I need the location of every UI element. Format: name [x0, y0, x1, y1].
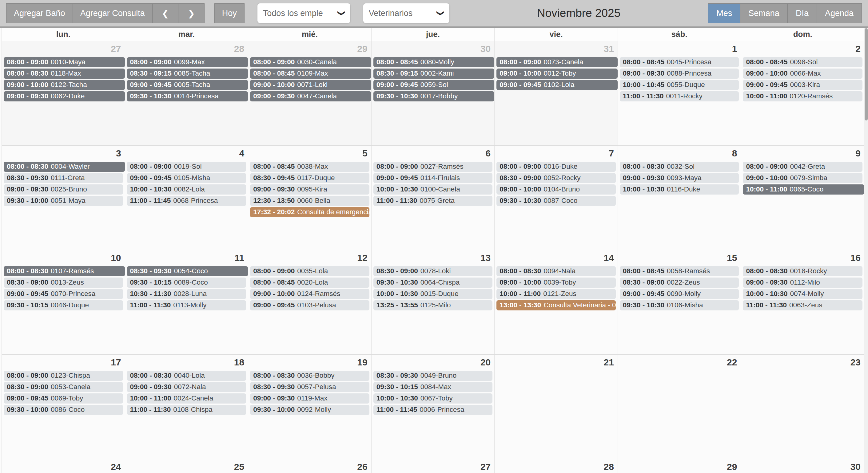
calendar-event[interactable]: 09:00 - 09:450114-Firulais — [373, 173, 493, 183]
calendar-event[interactable]: 09:00 - 09:450005-Tacha — [127, 80, 248, 90]
calendar-event[interactable]: 08:00 - 08:450058-Ramsés — [620, 266, 739, 276]
calendar-event[interactable]: 08:00 - 09:000027-Ramsés — [373, 162, 493, 172]
calendar-event[interactable]: 11:00 - 11:300075-Greta — [373, 196, 493, 206]
prev-month-button[interactable]: ❮ — [153, 3, 178, 23]
day-cell[interactable]: 508:00 - 08:450038-Max08:30 - 09:450117-… — [248, 146, 372, 250]
day-cell[interactable]: 1708:00 - 09:000123-Chispa08:30 - 09:000… — [2, 355, 125, 459]
calendar-event[interactable]: 09:00 - 09:450090-Molly — [620, 289, 739, 299]
calendar-event[interactable]: 17:32 - 20:02Consulta de emergencia - — [250, 207, 369, 217]
day-cell[interactable]: 28 — [495, 459, 618, 473]
calendar-event[interactable]: 08:30 - 09:150085-Tacha — [127, 69, 248, 79]
calendar-event[interactable]: 08:30 - 09:450117-Duque — [250, 173, 369, 183]
calendar-event[interactable]: 11:00 - 11:300108-Chispa — [127, 405, 246, 415]
calendar-event[interactable]: 08:30 - 09:300111-Greta — [4, 173, 123, 183]
calendar-event[interactable]: 09:00 - 09:300025-Bruno — [4, 184, 123, 195]
calendar-event[interactable]: 08:30 - 09:150002-Kami — [373, 69, 495, 79]
day-cell[interactable]: 1208:00 - 09:000035-Lola08:00 - 08:45002… — [248, 250, 372, 354]
calendar-event[interactable]: 10:00 - 10:300067-Toby — [373, 394, 493, 404]
calendar-event[interactable]: 08:00 - 09:000019-Sol — [127, 162, 246, 172]
calendar-event[interactable]: 08:00 - 08:450080-Molly — [373, 57, 495, 67]
category-filter-select[interactable]: Veterinarios ❯ — [363, 3, 450, 23]
scrollbar-thumb[interactable] — [865, 28, 868, 121]
calendar-event[interactable]: 13:00 - 13:30Consulta Veterinaria - 012 — [496, 300, 616, 310]
calendar-event[interactable]: 08:00 - 09:000030-Canela — [250, 57, 371, 67]
day-cell[interactable]: 308:00 - 08:300004-Wayler08:30 - 09:3001… — [2, 146, 125, 250]
calendar-event[interactable]: 08:30 - 09:000052-Rocky — [496, 173, 616, 183]
day-cell[interactable]: 408:00 - 09:000019-Sol09:00 - 09:450105-… — [125, 146, 249, 250]
day-cell[interactable]: 2708:00 - 09:000010-Maya08:00 - 08:30011… — [2, 41, 125, 145]
calendar-event[interactable]: 11:00 - 11:450068-Princesa — [127, 196, 246, 206]
calendar-event[interactable]: 08:30 - 09:300057-Pelusa — [250, 382, 369, 392]
calendar-event[interactable]: 09:00 - 10:000071-Loki — [250, 80, 371, 90]
day-cell[interactable]: 29 — [618, 459, 741, 473]
calendar-event[interactable]: 09:30 - 10:150046-Duque — [4, 300, 123, 310]
view-button-agenda[interactable]: Agenda — [817, 3, 862, 23]
vertical-scrollbar[interactable] — [864, 28, 868, 473]
calendar-event[interactable]: 09:00 - 10:000104-Bruno — [496, 184, 616, 195]
calendar-event[interactable]: 09:00 - 09:300047-Canela — [250, 91, 371, 101]
calendar-event[interactable]: 11:00 - 11:300113-Molly — [127, 300, 246, 310]
calendar-event[interactable]: 08:00 - 08:450045-Princesa — [620, 57, 739, 67]
calendar-event[interactable]: 09:00 - 09:300095-Kira — [250, 184, 369, 195]
calendar-event[interactable]: 09:00 - 09:300093-Maya — [620, 173, 739, 183]
calendar-event[interactable]: 10:00 - 10:300116-Duke — [620, 184, 739, 195]
calendar-event[interactable]: 09:00 - 09:300112-Milo — [743, 277, 863, 288]
calendar-event[interactable]: 09:00 - 09:300119-Max — [250, 394, 369, 404]
calendar-event[interactable]: 09:00 - 09:300072-Nala — [127, 382, 246, 392]
calendar-event[interactable]: 09:00 - 09:450103-Pelusa — [250, 300, 369, 310]
calendar-event[interactable]: 09:00 - 10:000079-Simba — [743, 173, 863, 183]
calendar-event[interactable]: 08:30 - 09:000022-Zeus — [620, 277, 739, 288]
calendar-event[interactable]: 09:30 - 10:150089-Coco — [127, 277, 246, 288]
calendar-event[interactable]: 08:00 - 08:450109-Max — [250, 69, 371, 79]
next-month-button[interactable]: ❯ — [178, 3, 204, 23]
calendar-event[interactable]: 09:30 - 10:000086-Coco — [4, 405, 123, 415]
day-cell[interactable]: 23 — [741, 355, 864, 459]
calendar-event[interactable]: 08:00 - 08:300107-Ramsés — [4, 266, 125, 276]
calendar-event[interactable]: 10:00 - 10:450055-Duque — [620, 80, 739, 90]
calendar-event[interactable]: 08:30 - 09:000053-Canela — [4, 382, 123, 392]
calendar-event[interactable]: 08:00 - 08:300036-Bobby — [250, 371, 369, 381]
day-cell[interactable]: 2008:30 - 09:300049-Bruno09:30 - 10:1500… — [372, 355, 495, 459]
view-button-week[interactable]: Semana — [740, 3, 788, 23]
day-cell[interactable]: 1108:30 - 09:300054-Coco09:30 - 10:15008… — [125, 250, 249, 354]
calendar-event[interactable]: 10:00 - 10:300100-Canela — [373, 184, 493, 195]
calendar-event[interactable]: 09:30 - 10:000092-Molly — [250, 405, 369, 415]
calendar-event[interactable]: 08:00 - 08:300004-Wayler — [4, 162, 125, 172]
add-bath-button[interactable]: Agregar Baño — [6, 3, 73, 23]
calendar-event[interactable]: 11:00 - 11:450006-Princesa — [373, 405, 493, 415]
calendar-event[interactable]: 10:00 - 11:000065-Coco — [743, 184, 864, 195]
today-button[interactable]: Hoy — [214, 3, 245, 23]
calendar-event[interactable]: 10:00 - 10:300082-Lola — [127, 184, 246, 195]
calendar-event[interactable]: 09:00 - 09:450070-Princesa — [4, 289, 123, 299]
calendar-event[interactable]: 08:00 - 09:000016-Duke — [496, 162, 616, 172]
calendar-event[interactable]: 09:30 - 10:300064-Chispa — [373, 277, 493, 288]
calendar-event[interactable]: 09:30 - 10:150084-Max — [373, 382, 493, 392]
day-cell[interactable]: 1808:00 - 08:300040-Lola09:00 - 09:30007… — [125, 355, 249, 459]
calendar-event[interactable]: 08:00 - 08:450038-Max — [250, 162, 369, 172]
calendar-event[interactable]: 08:00 - 09:000123-Chispa — [4, 371, 123, 381]
day-cell[interactable]: 208:00 - 08:450098-Sol09:00 - 10:000066-… — [741, 41, 864, 145]
calendar-event[interactable]: 10:00 - 11:000121-Zeus — [496, 289, 616, 299]
calendar-event[interactable]: 13:25 - 13:550125-Milo — [373, 300, 493, 310]
day-cell[interactable]: 21 — [495, 355, 618, 459]
calendar-event[interactable]: 08:00 - 09:000035-Lola — [250, 266, 369, 276]
day-cell[interactable]: 1508:00 - 08:450058-Ramsés08:30 - 09:000… — [618, 250, 741, 354]
calendar-event[interactable]: 09:00 - 10:000066-Max — [743, 69, 863, 79]
day-cell[interactable]: 108:00 - 08:450045-Princesa09:00 - 09:30… — [618, 41, 741, 145]
calendar-event[interactable]: 10:00 - 10:300074-Molly — [743, 289, 863, 299]
calendar-event[interactable]: 09:00 - 09:450059-Sol — [373, 80, 495, 90]
calendar-event[interactable]: 08:00 - 08:300018-Rocky — [743, 266, 863, 276]
day-cell[interactable]: 808:00 - 08:300032-Sol09:00 - 09:300093-… — [618, 146, 741, 250]
day-cell[interactable]: 2808:00 - 09:000099-Max08:30 - 09:150085… — [125, 41, 249, 145]
calendar-event[interactable]: 09:00 - 09:450003-Kira — [743, 80, 863, 90]
calendar-event[interactable]: 08:00 - 08:450020-Lola — [250, 277, 369, 288]
add-consult-button[interactable]: Agregar Consulta — [73, 3, 153, 23]
calendar-event[interactable]: 09:30 - 10:300017-Bobby — [373, 91, 495, 101]
calendar-event[interactable]: 09:30 - 10:300014-Princesa — [127, 91, 248, 101]
day-cell[interactable]: 1608:00 - 08:300018-Rocky09:00 - 09:3001… — [741, 250, 864, 354]
calendar-event[interactable]: 08:00 - 09:000073-Canela — [496, 57, 618, 67]
day-cell[interactable]: 3108:00 - 09:000073-Canela09:00 - 10:000… — [495, 41, 618, 145]
calendar-event[interactable]: 09:00 - 09:300088-Princesa — [620, 69, 739, 79]
day-cell[interactable]: 1908:00 - 08:300036-Bobby08:30 - 09:3000… — [248, 355, 372, 459]
view-button-month[interactable]: Mes — [708, 3, 740, 23]
